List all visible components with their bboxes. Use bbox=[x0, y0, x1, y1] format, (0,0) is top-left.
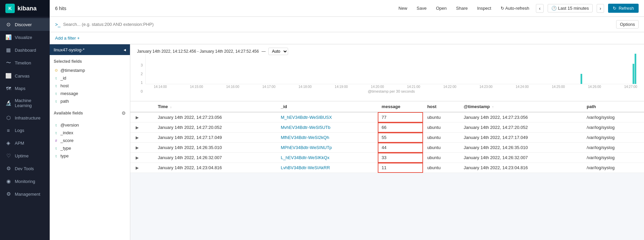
expand-button[interactable]: ▶ bbox=[134, 145, 140, 150]
sidebar-item-uptime[interactable]: ♡ Uptime bbox=[0, 149, 50, 162]
field-item-timestamp[interactable]: ⊙ @timestamp bbox=[50, 66, 130, 74]
save-button[interactable]: Save bbox=[414, 4, 429, 12]
canvas-icon: ⬜ bbox=[5, 73, 11, 79]
right-panel: January 14th 2022, 14:12:52.456 - Januar… bbox=[130, 44, 644, 240]
add-filter-button[interactable]: Add a filter + bbox=[55, 36, 80, 41]
search-input[interactable] bbox=[63, 22, 613, 27]
id-cell: LvhBV34Bdtr-WeSIAkRR bbox=[277, 163, 377, 173]
table-row: ▶ January 14th 2022, 14:23:04.816 LvhBV3… bbox=[130, 163, 644, 173]
sidebar-item-dev-tools[interactable]: ⚙ Dev Tools bbox=[0, 162, 50, 175]
field-type-hash-icon: # bbox=[54, 139, 58, 143]
chart-area: January 14th 2022, 14:12:52.456 - Januar… bbox=[130, 44, 644, 101]
th-message[interactable]: message bbox=[378, 101, 423, 112]
sidebar-item-monitoring[interactable]: ◉ Monitoring bbox=[0, 175, 50, 188]
options-button[interactable]: Options bbox=[616, 20, 639, 29]
sidebar-item-apm[interactable]: ◈ APM bbox=[0, 137, 50, 149]
sidebar-item-label: Maps bbox=[15, 86, 26, 91]
table-row: ▶ January 14th 2022, 14:27:17.049 MfhEV3… bbox=[130, 133, 644, 143]
th-path[interactable]: path bbox=[583, 101, 644, 112]
settings-icon[interactable]: ⚙ bbox=[122, 110, 126, 116]
sidebar-item-machine-learning[interactable]: 🔬 Machine Learning bbox=[0, 95, 50, 111]
field-item-type[interactable]: t _type bbox=[50, 144, 130, 152]
results-table: Time ↓ _id message host @timestamp ↑ pat… bbox=[130, 101, 644, 173]
sidebar-item-logs[interactable]: ≡ Logs bbox=[0, 124, 50, 137]
sidebar-item-canvas[interactable]: ⬜ Canvas bbox=[0, 69, 50, 82]
field-item-score[interactable]: # _score bbox=[50, 137, 130, 144]
field-item-version[interactable]: t @version bbox=[50, 121, 130, 129]
timestamp-cell: January 14th 2022, 14:27:20.052 bbox=[460, 123, 583, 133]
open-button[interactable]: Open bbox=[433, 4, 449, 12]
new-button[interactable]: New bbox=[396, 4, 410, 12]
refresh-spin-icon: ↻ bbox=[613, 6, 616, 11]
path-cell: /var/log/syslog bbox=[583, 112, 644, 123]
sidebar-item-discover[interactable]: ⊙ Discover bbox=[0, 18, 50, 31]
chart-x-bottom: @timestamp per 30 seconds bbox=[145, 89, 637, 93]
apm-icon: ◈ bbox=[5, 140, 11, 146]
expand-cell: ▶ bbox=[130, 143, 154, 153]
field-item-type2[interactable]: t type bbox=[50, 152, 130, 160]
timestamp-cell: January 14th 2022, 14:26:32.007 bbox=[460, 153, 583, 163]
index-pattern[interactable]: linux47-syslog-* ◂ bbox=[50, 44, 130, 55]
sidebar-item-label: Uptime bbox=[15, 153, 29, 158]
time-cell: January 14th 2022, 14:26:32.007 bbox=[154, 153, 277, 163]
th-time[interactable]: Time ↓ bbox=[154, 101, 277, 112]
collapse-button[interactable]: ◂ bbox=[124, 47, 126, 52]
chart-bar bbox=[635, 54, 636, 84]
field-type-text-icon: t bbox=[54, 84, 58, 88]
available-fields-title: Available fields bbox=[54, 111, 83, 115]
ml-icon: 🔬 bbox=[5, 100, 11, 106]
time-next-button[interactable]: › bbox=[597, 4, 604, 13]
sidebar-item-visualize[interactable]: 📊 Visualize bbox=[0, 31, 50, 44]
sidebar-item-label: Dev Tools bbox=[15, 166, 34, 171]
auto-refresh-button[interactable]: ↻ Auto-refresh bbox=[498, 4, 532, 12]
table-row: ▶ January 14th 2022, 14:27:23.056 M_hEV3… bbox=[130, 112, 644, 123]
share-button[interactable]: Share bbox=[453, 4, 470, 12]
time-cell: January 14th 2022, 14:27:20.052 bbox=[154, 123, 277, 133]
left-panel: linux47-syslog-* ◂ Selected fields ⊙ @ti… bbox=[50, 44, 130, 240]
expand-cell: ▶ bbox=[130, 112, 154, 123]
expand-button[interactable]: ▶ bbox=[134, 155, 140, 160]
sidebar-item-infrastructure[interactable]: ⬡ Infrastructure bbox=[0, 111, 50, 124]
th-timestamp[interactable]: @timestamp ↑ bbox=[460, 101, 583, 112]
path-cell: /var/log/syslog bbox=[583, 143, 644, 153]
sidebar-item-maps[interactable]: 🗺 Maps bbox=[0, 82, 50, 95]
monitoring-icon: ◉ bbox=[5, 178, 11, 184]
refresh-button[interactable]: ↻ Refresh bbox=[608, 4, 639, 13]
id-cell: MPhEV34Bdtr-WeSINUTp bbox=[277, 143, 377, 153]
time-cell: January 14th 2022, 14:27:23.056 bbox=[154, 112, 277, 123]
uptime-icon: ♡ bbox=[5, 153, 11, 159]
th-id[interactable]: _id bbox=[277, 101, 377, 112]
field-item-host[interactable]: t host bbox=[50, 82, 130, 90]
field-type-text-icon: t bbox=[54, 123, 58, 127]
chart-y-axis: 3 2 1 0 bbox=[137, 63, 145, 93]
path-cell: /var/log/syslog bbox=[583, 123, 644, 133]
chart-bar bbox=[581, 74, 582, 84]
inspect-button[interactable]: Inspect bbox=[474, 4, 494, 12]
sidebar-item-management[interactable]: ⚙ Management bbox=[0, 188, 50, 200]
field-item-message[interactable]: t message bbox=[50, 90, 130, 97]
time-range-picker[interactable]: 🕐 Last 15 minutes bbox=[548, 4, 593, 12]
chart-x-labels: 14:14:0014:15:0014:16:0014:17:0014:18:00… bbox=[145, 84, 637, 89]
sidebar-item-timelion[interactable]: 〜 Timelion bbox=[0, 56, 50, 69]
timestamp-cell: January 14th 2022, 14:26:35.010 bbox=[460, 143, 583, 153]
field-item-index[interactable]: t _index bbox=[50, 129, 130, 137]
expand-button[interactable]: ▶ bbox=[134, 115, 140, 120]
logs-icon: ≡ bbox=[5, 128, 11, 133]
available-fields-section: t @version t _index # _score t _type t bbox=[50, 118, 130, 162]
time-prev-button[interactable]: ‹ bbox=[536, 4, 544, 13]
sidebar-item-label: Dashboard bbox=[15, 48, 36, 53]
field-type-text-icon: t bbox=[54, 131, 58, 135]
field-item-path[interactable]: t path bbox=[50, 97, 130, 105]
expand-button[interactable]: ▶ bbox=[134, 125, 140, 130]
host-cell: ubuntu bbox=[423, 133, 460, 143]
timestamp-cell: January 14th 2022, 14:27:23.056 bbox=[460, 112, 583, 123]
app-logo: K kibana bbox=[0, 0, 50, 17]
expand-button[interactable]: ▶ bbox=[134, 135, 140, 140]
table-header-row: Time ↓ _id message host @timestamp ↑ pat… bbox=[130, 101, 644, 112]
field-item-id[interactable]: t _id bbox=[50, 74, 130, 82]
selected-fields-title: Selected fields bbox=[50, 58, 130, 66]
sidebar-item-label: Visualize bbox=[15, 35, 32, 40]
th-host[interactable]: host bbox=[423, 101, 460, 112]
sidebar-item-dashboard[interactable]: ▦ Dashboard bbox=[0, 44, 50, 56]
expand-button[interactable]: ▶ bbox=[134, 165, 140, 170]
